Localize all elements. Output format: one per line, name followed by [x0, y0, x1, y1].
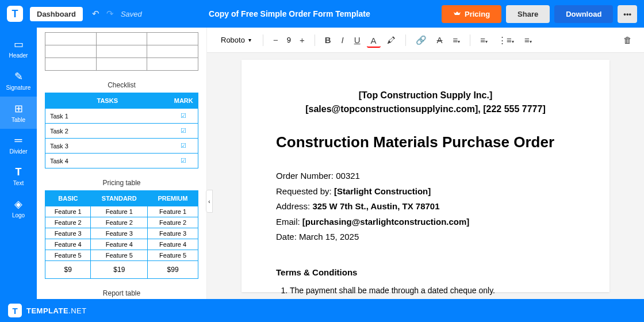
pricing-label: Pricing table	[45, 179, 198, 187]
doc-title[interactable]: Copy of Free Simple Order Form Template	[142, 9, 437, 18]
redo-button[interactable]: ↷	[103, 6, 117, 21]
header-icon: ▭	[0, 38, 37, 51]
sidebar-item-signature[interactable]: ✎Signature	[0, 64, 37, 97]
app-logo[interactable]: T	[7, 6, 23, 22]
undo-button[interactable]: ↶	[89, 6, 103, 21]
sidebar-item-header[interactable]: ▭Header	[0, 32, 37, 64]
text-color-button[interactable]: A	[367, 33, 381, 48]
dashboard-link[interactable]: Dashboard	[30, 7, 83, 21]
bold-button[interactable]: B	[321, 32, 335, 48]
download-button[interactable]: Download	[554, 5, 613, 23]
italic-button[interactable]: I	[338, 32, 348, 48]
logo-icon: ◈	[0, 198, 37, 210]
report-label: Report table	[45, 289, 198, 297]
document-page[interactable]: [Top Construction Supply Inc.] [sales@to…	[241, 60, 610, 292]
sidebar-item-divider[interactable]: ═Divider	[0, 129, 37, 160]
company-block[interactable]: [Top Construction Supply Inc.] [sales@to…	[276, 89, 575, 116]
terms-heading[interactable]: Terms & Conditions	[276, 267, 575, 277]
share-button[interactable]: Share	[506, 5, 550, 23]
link-button[interactable]: 🔗	[412, 32, 431, 48]
spacing-button[interactable]: ≡▾	[520, 32, 536, 48]
more-button[interactable]: •••	[618, 5, 637, 23]
pricing-preview[interactable]: BASICSTANDARDPREMIUM Feature 1Feature 1F…	[45, 190, 198, 279]
left-panel: Checklist TASKSMARK Task 1☑ Task 2☑ Task…	[37, 28, 207, 299]
footer-logo[interactable]: T	[8, 304, 22, 317]
crown-icon	[453, 10, 461, 17]
terms-list[interactable]: The payment shall be made through a date…	[290, 284, 575, 300]
bullet-list-button[interactable]: ⋮≡▾	[494, 32, 518, 48]
signature-icon: ✎	[0, 70, 37, 83]
underline-button[interactable]: U	[350, 32, 365, 48]
checklist-preview[interactable]: TASKSMARK Task 1☑ Task 2☑ Task 3☑ Task 4…	[45, 93, 198, 168]
divider-icon: ═	[0, 135, 37, 147]
canvas[interactable]: [Top Construction Supply Inc.] [sales@to…	[207, 53, 644, 299]
sidebar-item-text[interactable]: TText	[0, 160, 37, 192]
save-status: Saved	[121, 10, 142, 18]
clear-format-button[interactable]: A	[433, 32, 447, 48]
font-size[interactable]: 9	[285, 36, 293, 44]
font-decrease-button[interactable]: −	[269, 32, 282, 48]
font-increase-button[interactable]: +	[296, 32, 309, 48]
checkbox-icon: ☑	[170, 124, 198, 139]
font-selector[interactable]: Roboto▾	[215, 33, 257, 47]
delete-button[interactable]: 🗑	[619, 32, 636, 48]
topbar: T Dashboard ↶ ↷ Saved Copy of Free Simpl…	[0, 0, 644, 28]
sidebar-item-logo[interactable]: ◈Logo	[0, 192, 37, 224]
checkbox-icon: ☑	[170, 109, 198, 124]
editor: Roboto▾ − 9 + B I U A 🖍 🔗 A ≡▾ ≡▾ ⋮≡▾ ≡▾…	[207, 28, 644, 299]
align-button[interactable]: ≡▾	[449, 32, 465, 48]
sidebar-item-table[interactable]: ⊞Table	[0, 97, 37, 129]
pricing-button[interactable]: Pricing	[442, 5, 501, 23]
page-heading[interactable]: Construction Materials Purchase Order	[276, 133, 575, 151]
checkbox-icon: ☑	[170, 139, 198, 154]
sidebar: ▭Header ✎Signature ⊞Table ═Divider TText…	[0, 28, 37, 299]
table-preview-blank[interactable]	[45, 32, 198, 71]
requested-by[interactable]: Requested by: [Starlight Construction]	[276, 184, 575, 199]
footer-brand[interactable]: TEMPLATE.NET	[26, 306, 87, 315]
email[interactable]: Email: [purchasing@starlightconstruction…	[276, 214, 575, 229]
checklist-label: Checklist	[45, 81, 198, 89]
text-icon: T	[0, 166, 37, 178]
chevron-down-icon: ▾	[248, 37, 251, 43]
order-number[interactable]: Order Number: 00321	[276, 168, 575, 183]
address[interactable]: Address: 325 W 7th St., Austin, TX 78701	[276, 199, 575, 214]
numbered-list-button[interactable]: ≡▾	[476, 32, 492, 48]
footer: T TEMPLATE.NET	[0, 299, 644, 322]
collapse-panel-button[interactable]: ‹	[206, 190, 213, 213]
toolbar: Roboto▾ − 9 + B I U A 🖍 🔗 A ≡▾ ≡▾ ⋮≡▾ ≡▾…	[207, 28, 644, 53]
highlight-button[interactable]: 🖍	[383, 32, 400, 48]
checkbox-icon: ☑	[170, 154, 198, 168]
table-icon: ⊞	[0, 102, 37, 115]
date[interactable]: Date: March 15, 2025	[276, 229, 575, 244]
